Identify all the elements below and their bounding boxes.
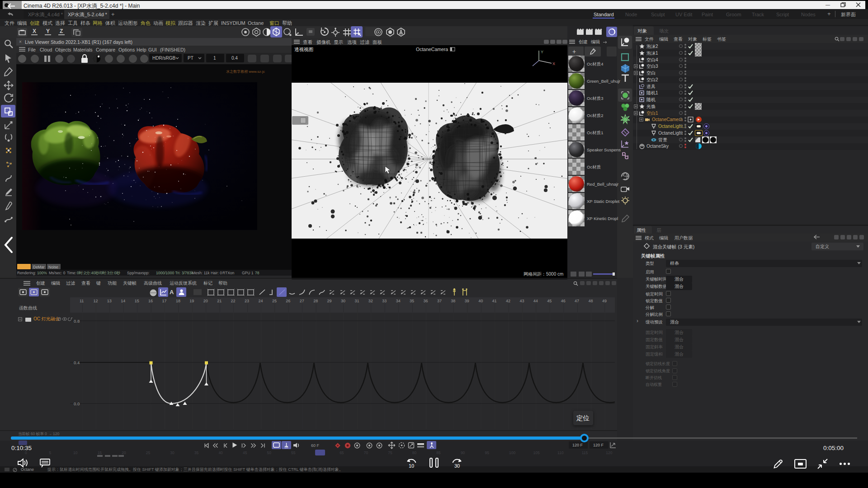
svg-text:120: 120 (284, 446, 288, 449)
svg-text:X: X (552, 61, 555, 66)
svg-text:10: 10 (409, 463, 414, 469)
svg-text:Y: Y (541, 50, 543, 54)
svg-text:30: 30 (454, 463, 460, 469)
